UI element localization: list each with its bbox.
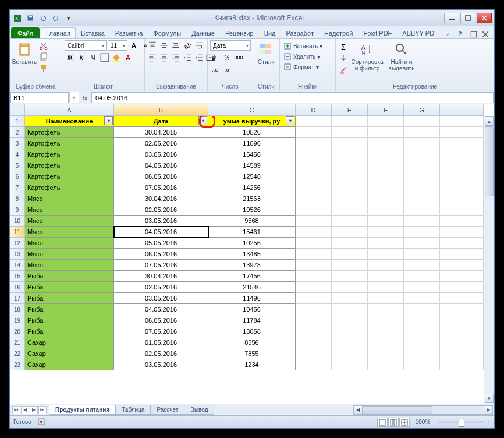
name-box[interactable]: B11	[10, 92, 69, 103]
cell[interactable]: 04.05.2016	[114, 160, 208, 171]
cell[interactable]: 30.04.2015	[114, 127, 208, 138]
zoom-in-icon[interactable]: +	[487, 419, 491, 425]
cell[interactable]: 11496	[208, 293, 296, 304]
cell[interactable]	[440, 348, 484, 359]
sheet-nav-prev-icon[interactable]: ◀	[21, 406, 29, 414]
cut-icon[interactable]	[38, 40, 49, 51]
cell[interactable]: 06.05.2016	[114, 171, 208, 182]
filter-C-icon[interactable]	[286, 116, 294, 125]
cell[interactable]: 07.05.2016	[114, 260, 208, 271]
bold-icon[interactable]: Ж	[65, 52, 75, 63]
cell[interactable]	[440, 249, 484, 260]
tab-formulas[interactable]: Формулы	[148, 27, 186, 38]
cell[interactable]: Картофель	[25, 171, 114, 182]
minimize-button[interactable]	[444, 13, 459, 23]
qat-undo-icon[interactable]	[38, 13, 48, 23]
cell[interactable]	[332, 227, 368, 238]
cell[interactable]: Картофель	[25, 149, 114, 160]
cell[interactable]: 02.05.2016	[114, 138, 208, 149]
scroll-up-icon[interactable]: ▲	[485, 116, 494, 126]
cell[interactable]	[368, 260, 404, 271]
cell[interactable]: 11784	[208, 315, 296, 326]
cell[interactable]	[368, 304, 404, 315]
increase-indent-icon[interactable]	[194, 52, 204, 63]
cell[interactable]	[404, 260, 440, 271]
align-bottom-icon[interactable]	[171, 40, 181, 51]
view-page-break-icon[interactable]	[399, 418, 410, 427]
cell[interactable]: Рыба	[25, 271, 114, 282]
cell[interactable]	[296, 160, 332, 171]
tab-view[interactable]: Вид	[259, 27, 281, 38]
cell[interactable]: 7855	[208, 348, 296, 359]
cell[interactable]	[332, 271, 368, 282]
cell[interactable]	[404, 282, 440, 293]
cell[interactable]: 04.05.2016	[114, 227, 208, 238]
view-page-layout-icon[interactable]	[388, 418, 399, 427]
col-header-G[interactable]: G	[404, 104, 440, 116]
cell[interactable]: Мясо	[25, 204, 114, 216]
delete-cells-button[interactable]: Удалить ▾	[282, 52, 321, 61]
cell[interactable]	[296, 227, 332, 238]
cell[interactable]	[332, 249, 368, 260]
cell[interactable]: 12546	[208, 171, 296, 182]
cell[interactable]	[404, 293, 440, 304]
row-header-6[interactable]: 6	[10, 171, 25, 182]
cell[interactable]	[404, 116, 440, 127]
align-left-icon[interactable]	[147, 52, 158, 63]
cell[interactable]	[368, 326, 404, 337]
formula-input[interactable]: 04.05.2016	[91, 92, 494, 103]
font-name-select[interactable]: Calibri	[65, 40, 107, 51]
window-restore-icon[interactable]	[470, 30, 478, 38]
cell[interactable]	[404, 238, 440, 249]
cell[interactable]	[368, 216, 404, 227]
increase-decimal-icon[interactable]: ,00	[210, 65, 221, 75]
col-header-rest[interactable]	[440, 104, 484, 116]
currency-icon[interactable]: ₽	[210, 52, 221, 63]
view-normal-icon[interactable]	[377, 418, 388, 427]
horizontal-scrollbar[interactable]: ◀ ▶	[353, 405, 493, 415]
col-header-D[interactable]: D	[296, 104, 332, 116]
font-size-select[interactable]: 11	[108, 40, 127, 51]
col-header-B[interactable]: B	[114, 104, 208, 116]
cell[interactable]	[368, 204, 404, 216]
cell[interactable]: 02.05.2016	[114, 282, 208, 293]
tab-review[interactable]: Рецензир	[220, 27, 259, 38]
fill-color-icon[interactable]	[111, 52, 122, 63]
cell[interactable]	[404, 138, 440, 149]
hscroll-thumb[interactable]	[363, 406, 432, 414]
cell[interactable]	[404, 182, 440, 193]
cell[interactable]: 30.04.2016	[114, 193, 208, 204]
cell[interactable]	[440, 282, 484, 293]
cell[interactable]	[332, 238, 368, 249]
fx-icon[interactable]: fx	[79, 91, 91, 104]
italic-icon[interactable]: К	[76, 52, 87, 63]
cell[interactable]	[332, 337, 368, 348]
cell[interactable]	[332, 171, 368, 182]
cell[interactable]	[404, 160, 440, 171]
cell[interactable]: 14256	[208, 182, 296, 193]
cell[interactable]	[440, 337, 484, 348]
align-top-icon[interactable]	[147, 40, 158, 51]
cell[interactable]	[440, 160, 484, 171]
border-icon[interactable]	[100, 52, 110, 63]
select-all-corner[interactable]	[10, 104, 25, 116]
cell[interactable]: 03.05.2016	[114, 293, 208, 304]
cell[interactable]	[404, 149, 440, 160]
qat-redo-icon[interactable]	[51, 13, 61, 23]
cell[interactable]: 21546	[208, 282, 296, 293]
cell[interactable]: 13978	[208, 260, 296, 271]
wrap-text-icon[interactable]	[194, 40, 204, 51]
cell[interactable]	[404, 271, 440, 282]
header-cell-C[interactable]: умма выручки, ру	[208, 116, 296, 127]
cell[interactable]: 06.05.2016	[114, 315, 208, 326]
cell[interactable]	[440, 138, 484, 149]
cell[interactable]: Мясо	[25, 216, 114, 227]
decrease-decimal-icon[interactable]: ,0	[222, 65, 232, 75]
tab-home[interactable]: Главная	[41, 27, 76, 38]
cell[interactable]	[332, 149, 368, 160]
row-header-16[interactable]: 16	[10, 282, 25, 293]
cell[interactable]	[368, 348, 404, 359]
cell[interactable]: Мясо	[25, 249, 114, 260]
cell[interactable]: Картофель	[25, 160, 114, 171]
cell[interactable]: 21563	[208, 193, 296, 204]
